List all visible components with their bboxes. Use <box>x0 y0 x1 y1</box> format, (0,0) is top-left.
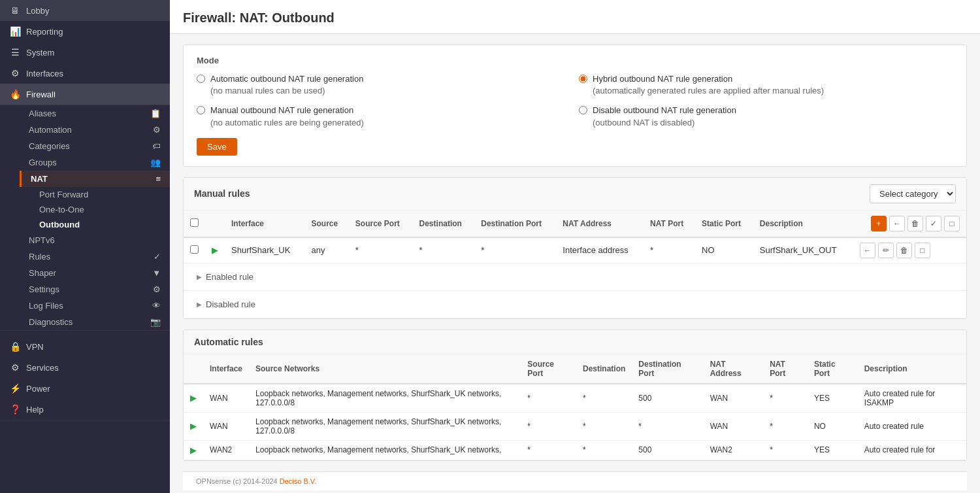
sidebar-item-groups[interactable]: Groups 👥 <box>20 154 170 171</box>
mode-radio-manual[interactable] <box>197 106 205 114</box>
manual-rules-table-wrapper: Interface Source Source Port Destination… <box>184 211 966 318</box>
system-icon: ☰ <box>9 47 21 58</box>
auto-row-source-port-3: * <box>521 440 576 460</box>
col-destination: Destination <box>413 211 475 237</box>
row-move-button[interactable]: ← <box>860 243 875 258</box>
expand-arrow-enabled: ▶ <box>197 273 202 280</box>
row-source: any <box>304 237 348 264</box>
footer: OPNsense (c) 2014-2024 Deciso B.V. <box>183 471 967 490</box>
expand-row-disabled[interactable]: ▶ Disabled rule <box>184 290 966 318</box>
col-description: Description <box>753 211 853 237</box>
col-nat-port: NAT Port <box>644 211 695 237</box>
select-all-checkbox[interactable] <box>190 218 199 227</box>
mode-option-manual: Manual outbound NAT rule generation (no … <box>197 105 571 128</box>
row-description: SurfShark_UK_OUT <box>753 237 853 264</box>
row-edit-button[interactable]: ✏ <box>878 243 894 258</box>
sidebar-item-system[interactable]: ☰ System <box>0 42 170 63</box>
sidebar-item-interfaces[interactable]: ⚙ Interfaces <box>0 63 170 84</box>
auto-row-nat-port-2: * <box>763 412 808 440</box>
interfaces-icon: ⚙ <box>9 68 21 78</box>
diagnostics-icon: 📷 <box>150 317 161 327</box>
sidebar-item-help[interactable]: ❓ Help <box>0 399 170 420</box>
sidebar-item-power[interactable]: ⚡ Power <box>0 378 170 399</box>
sidebar-item-diagnostics[interactable]: Diagnostics 📷 <box>20 314 170 330</box>
row-checkbox[interactable] <box>190 245 199 254</box>
auto-row-destination-port-3: 500 <box>632 440 703 460</box>
power-icon: ⚡ <box>9 383 21 394</box>
mode-radio-automatic[interactable] <box>197 75 205 83</box>
auto-table-row: ▶ WAN Loopback networks, Management netw… <box>184 384 966 413</box>
auto-row-nat-port-1: * <box>763 384 808 413</box>
mode-radio-disable[interactable] <box>579 106 587 114</box>
sidebar-item-services[interactable]: ⚙ Services <box>0 357 170 378</box>
sidebar-item-rules[interactable]: Rules ✓ <box>20 248 170 265</box>
sidebar-item-firewall[interactable]: 🔥 Firewall <box>0 84 170 105</box>
manual-rules-title: Manual rules <box>194 188 250 199</box>
add-rule-button[interactable]: + <box>871 216 887 231</box>
auto-row-static-port-3: YES <box>808 440 858 460</box>
col-nat-address: NAT Address <box>556 211 644 237</box>
sidebar-item-log-files[interactable]: Log Files 👁 <box>20 298 170 314</box>
auto-row-enabled-icon-2: ▶ <box>190 421 197 431</box>
aliases-icon: 📋 <box>150 109 161 118</box>
sidebar-item-outbound[interactable]: Outbound <box>39 217 170 232</box>
help-icon: ❓ <box>9 404 21 415</box>
auto-row-source-networks-2: Loopback networks, Management networks, … <box>249 412 521 440</box>
select-category-dropdown[interactable]: Select category <box>870 184 956 203</box>
col-static-port: Static Port <box>695 211 753 237</box>
auto-col-static-port: Static Port <box>808 354 858 384</box>
auto-row-static-port-1: YES <box>808 384 858 413</box>
row-destination-port: * <box>474 237 556 264</box>
sidebar-item-categories[interactable]: Categories 🏷 <box>20 138 170 154</box>
settings-icon: ⚙ <box>153 284 161 294</box>
auto-row-nat-port-3: * <box>763 440 808 460</box>
automatic-rules-title: Automatic rules <box>194 337 263 347</box>
col-interface: Interface <box>225 211 304 237</box>
auto-row-description-3: Auto created rule for <box>858 440 966 460</box>
row-copy-button[interactable]: □ <box>915 243 930 258</box>
row-delete-button[interactable]: 🗑 <box>896 243 912 258</box>
save-button[interactable]: Save <box>197 138 237 156</box>
manual-rules-panel: Manual rules Select category In <box>183 177 967 319</box>
page-title: Firewall: NAT: Outbound <box>170 0 980 34</box>
lobby-icon: 🖥 <box>9 5 21 16</box>
auto-col-destination: Destination <box>576 354 632 384</box>
auto-table-row: ▶ WAN Loopback networks, Management netw… <box>184 412 966 440</box>
move-rule-button[interactable]: ← <box>889 216 905 231</box>
manual-rules-table: Interface Source Source Port Destination… <box>184 211 966 318</box>
copy-rule-button[interactable]: □ <box>944 216 960 231</box>
sidebar-item-reporting[interactable]: 📊 Reporting <box>0 21 170 42</box>
sidebar-item-settings[interactable]: Settings ⚙ <box>20 281 170 298</box>
col-source-port: Source Port <box>349 211 413 237</box>
sidebar-item-one-to-one[interactable]: One-to-One <box>39 202 170 217</box>
sidebar-item-aliases[interactable]: Aliases 📋 <box>20 105 170 122</box>
mode-panel: Mode Automatic outbound NAT rule generat… <box>183 44 967 167</box>
footer-link[interactable]: Deciso B.V. <box>280 477 316 485</box>
row-enabled-icon: ▶ <box>212 245 218 255</box>
firewall-icon: 🔥 <box>9 89 21 99</box>
sidebar-item-nat[interactable]: NAT ≡ <box>20 171 170 187</box>
auto-row-destination-2: * <box>576 412 632 440</box>
sidebar-item-shaper[interactable]: Shaper ▼ <box>20 265 170 281</box>
sidebar-item-vpn[interactable]: 🔒 VPN <box>0 336 170 357</box>
auto-row-destination-3: * <box>576 440 632 460</box>
sidebar-item-port-forward[interactable]: Port Forward <box>39 187 170 202</box>
enable-rule-button[interactable]: ✓ <box>926 216 941 231</box>
sidebar-item-lobby[interactable]: 🖥 Lobby <box>0 0 170 21</box>
sidebar-item-nptv6[interactable]: NPTv6 <box>20 232 170 248</box>
auto-row-nat-address-2: WAN <box>704 412 763 440</box>
expand-arrow-disabled: ▶ <box>197 301 202 308</box>
auto-col-nat-address: NAT Address <box>704 354 763 384</box>
delete-rule-button[interactable]: 🗑 <box>907 216 923 231</box>
auto-row-destination-port-1: 500 <box>632 384 703 413</box>
sidebar-item-automation[interactable]: Automation ⚙ <box>20 122 170 138</box>
services-icon: ⚙ <box>9 362 21 373</box>
expand-label-enabled: Enabled rule <box>206 272 253 282</box>
auto-row-source-networks-3: Loopback networks, Management networks, … <box>249 440 521 460</box>
expand-row-enabled[interactable]: ▶ Enabled rule <box>184 263 966 290</box>
nat-icon: ≡ <box>155 174 161 184</box>
mode-option-disable: Disable outbound NAT rule generation (ou… <box>579 105 953 128</box>
automation-icon: ⚙ <box>153 125 161 135</box>
mode-radio-hybrid[interactable] <box>579 75 587 83</box>
auto-row-nat-address-3: WAN2 <box>704 440 763 460</box>
